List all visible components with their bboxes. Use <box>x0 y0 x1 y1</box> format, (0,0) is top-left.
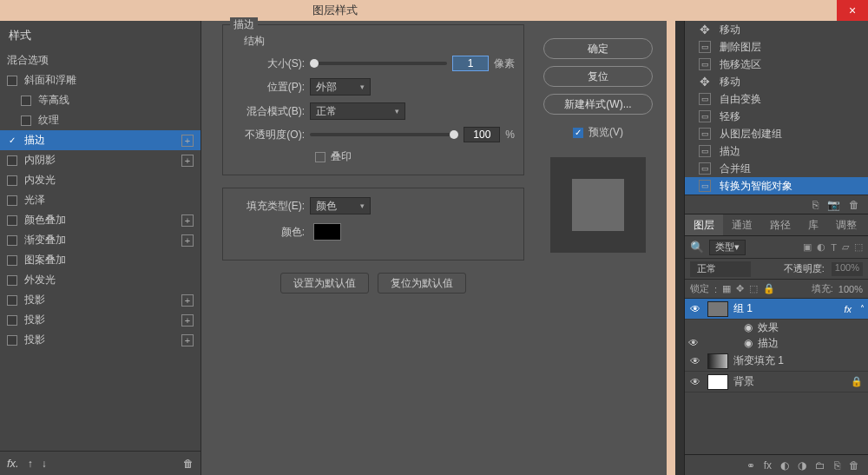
visibility-icon[interactable]: 👁 <box>688 376 702 388</box>
history-new-doc-icon[interactable]: ⎘ <box>812 199 819 211</box>
effect-checkbox[interactable] <box>7 175 17 186</box>
layer-blend-dropdown[interactable]: 正常 <box>690 261 751 277</box>
size-slider[interactable] <box>310 62 447 65</box>
layer-opacity-value[interactable]: 100% <box>832 262 863 276</box>
style-row-3[interactable]: ✓描边+ <box>0 130 201 150</box>
layer-style-icon[interactable]: fx <box>764 459 772 472</box>
fx-menu-icon[interactable]: fx. <box>7 457 19 470</box>
effect-checkbox[interactable] <box>7 76 17 86</box>
effect-checkbox[interactable] <box>7 155 17 166</box>
style-row-6[interactable]: 光泽 <box>0 190 201 210</box>
history-row-3[interactable]: ✥移动 <box>685 73 868 90</box>
ok-button[interactable]: 确定 <box>543 38 653 59</box>
lock-pixel-icon[interactable]: ▦ <box>722 283 731 294</box>
panel-tab-4[interactable]: 调整 <box>827 214 865 235</box>
layer-row-3[interactable]: 👁渐变填充 1 <box>685 351 868 372</box>
history-row-1[interactable]: ▭删除图层 <box>685 38 868 56</box>
add-effect-icon[interactable]: + <box>181 334 194 346</box>
position-dropdown[interactable]: 外部▾ <box>310 78 371 96</box>
history-row-7[interactable]: ▭描边 <box>685 142 868 160</box>
search-icon[interactable]: 🔍 <box>690 241 704 254</box>
stroke-color-swatch[interactable] <box>313 223 341 241</box>
history-trash-icon[interactable]: 🗑 <box>849 199 859 211</box>
filltype-dropdown[interactable]: 颜色▾ <box>310 197 371 214</box>
lock-artboard-icon[interactable]: ⬚ <box>749 283 758 294</box>
new-style-button[interactable]: 新建样式(W)... <box>543 94 653 115</box>
panel-tab-3[interactable]: 库 <box>799 214 827 235</box>
effect-checkbox[interactable] <box>7 215 17 226</box>
style-row-5[interactable]: 内发光 <box>0 170 201 190</box>
opacity-slider[interactable] <box>310 133 458 136</box>
fill-value[interactable]: 100% <box>838 284 863 294</box>
style-row-0[interactable]: 斜面和浮雕 <box>0 70 201 90</box>
filter-type-icon[interactable]: T <box>831 242 837 253</box>
effect-checkbox[interactable] <box>7 195 17 206</box>
filter-pixel-icon[interactable]: ▣ <box>803 241 812 253</box>
layer-effect-sub[interactable]: ◉效果 <box>685 320 868 335</box>
lock-all-icon[interactable]: 🔒 <box>763 283 775 294</box>
blend-options-row[interactable]: 混合选项 <box>0 50 201 70</box>
group-icon[interactable]: 🗀 <box>815 459 825 472</box>
layer-mask-icon[interactable]: ◐ <box>780 459 789 472</box>
effect-checkbox[interactable] <box>21 115 31 126</box>
arrow-down-icon[interactable]: ↓ <box>42 458 47 470</box>
effect-checkbox[interactable] <box>7 275 17 286</box>
effect-checkbox[interactable] <box>7 335 17 346</box>
filter-shape-icon[interactable]: ▱ <box>842 241 849 253</box>
arrow-up-icon[interactable]: ↑ <box>28 458 33 470</box>
close-button[interactable]: × <box>837 0 868 21</box>
add-effect-icon[interactable]: + <box>181 135 194 147</box>
style-row-9[interactable]: 图案叠加 <box>0 250 201 270</box>
effect-checkbox[interactable]: ✓ <box>7 135 17 146</box>
history-row-6[interactable]: ▭从图层创建组 <box>685 125 868 142</box>
history-row-0[interactable]: ✥移动 <box>685 21 868 38</box>
add-effect-icon[interactable]: + <box>181 294 194 307</box>
link-layers-icon[interactable]: ⚭ <box>746 459 755 472</box>
panel-tab-0[interactable]: 图层 <box>685 214 723 235</box>
effect-checkbox[interactable] <box>21 96 31 106</box>
style-row-10[interactable]: 外发光 <box>0 270 201 290</box>
style-row-8[interactable]: 渐变叠加+ <box>0 230 201 250</box>
visibility-icon[interactable]: 👁 <box>688 355 702 367</box>
add-effect-icon[interactable]: + <box>181 214 194 227</box>
reset-default-button[interactable]: 复位为默认值 <box>378 273 466 294</box>
visibility-icon[interactable]: 👁 <box>688 303 702 315</box>
blendmode-dropdown[interactable]: 正常▾ <box>310 102 405 120</box>
style-row-7[interactable]: 颜色叠加+ <box>0 210 201 230</box>
effect-checkbox[interactable] <box>7 255 17 266</box>
delete-layer-icon[interactable]: 🗑 <box>849 459 859 472</box>
lock-position-icon[interactable]: ✥ <box>736 283 744 294</box>
style-row-11[interactable]: 投影+ <box>0 290 201 310</box>
panel-tab-2[interactable]: 路径 <box>761 214 799 235</box>
add-effect-icon[interactable]: + <box>181 234 194 247</box>
history-row-2[interactable]: ▭拖移选区 <box>685 56 868 73</box>
trash-icon[interactable]: 🗑 <box>183 458 194 470</box>
add-effect-icon[interactable]: + <box>181 155 194 167</box>
effect-checkbox[interactable] <box>7 295 17 306</box>
filter-smart-icon[interactable]: ⬚ <box>854 241 863 253</box>
layer-fx-badge[interactable]: fx <box>844 304 852 314</box>
style-row-4[interactable]: 内阴影+ <box>0 150 201 170</box>
preview-checkbox[interactable]: ✓ 预览(V) <box>573 125 623 140</box>
filter-adjust-icon[interactable]: ◐ <box>817 241 825 253</box>
history-row-5[interactable]: ▭轻移 <box>685 108 868 125</box>
style-row-1[interactable]: 等高线 <box>0 90 201 110</box>
adjustment-layer-icon[interactable]: ◑ <box>798 459 806 472</box>
history-row-8[interactable]: ▭合并组 <box>685 160 868 177</box>
history-row-4[interactable]: ▭自由变换 <box>685 90 868 108</box>
style-row-13[interactable]: 投影+ <box>0 330 201 350</box>
layer-row-4[interactable]: 👁背景🔒 <box>685 372 868 393</box>
opacity-input[interactable]: 100 <box>464 127 500 142</box>
layer-row-0[interactable]: 👁组 1fx˄ <box>685 299 868 320</box>
size-input[interactable]: 1 <box>452 56 489 71</box>
add-effect-icon[interactable]: + <box>181 314 194 327</box>
new-layer-icon[interactable]: ⎘ <box>834 459 840 472</box>
style-row-2[interactable]: 纹理 <box>0 110 201 130</box>
history-row-9[interactable]: ▭转换为智能对象 <box>685 177 868 195</box>
layer-filter-dropdown[interactable]: 类型 ▾ <box>709 240 746 255</box>
effect-checkbox[interactable] <box>7 315 17 326</box>
style-row-12[interactable]: 投影+ <box>0 310 201 330</box>
chevron-up-icon[interactable]: ˄ <box>860 304 865 313</box>
set-default-button[interactable]: 设置为默认值 <box>280 273 369 294</box>
panel-tab-1[interactable]: 通道 <box>723 214 761 235</box>
